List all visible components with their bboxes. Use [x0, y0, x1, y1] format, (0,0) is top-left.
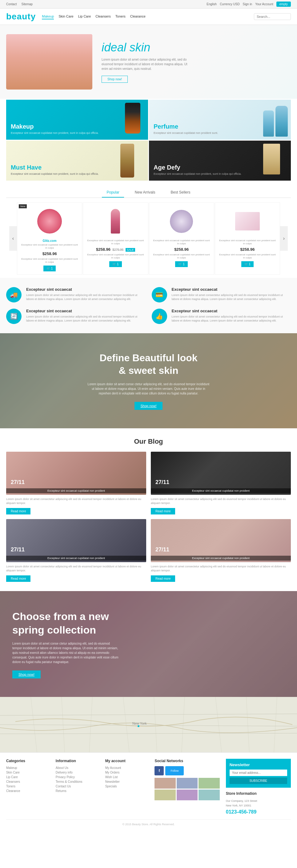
quality-icon: 👍 [152, 309, 167, 324]
feature-text: Lorem ipsum dolor sit amet consectetur a… [26, 293, 146, 302]
product-tabs: Popular New Arrivals Best Sellers [6, 188, 291, 198]
footer-link[interactable]: Terms & Conditions [56, 780, 99, 783]
cart-button[interactable]: empty [276, 2, 291, 7]
tab-best-sellers[interactable]: Best Sellers [166, 188, 195, 197]
product-ring-icon [170, 210, 193, 233]
read-more-button[interactable]: Read more [6, 508, 30, 515]
footer-link[interactable]: Contact Us [56, 785, 99, 788]
footer-link[interactable]: Specials [105, 785, 149, 788]
promo-agedefy[interactable]: Age Defy Excepteur sint occaecat cupidat… [149, 141, 291, 181]
carousel-prev-button[interactable]: ‹ [9, 226, 17, 251]
add-to-cart-button[interactable]: 🛒 1 [241, 261, 254, 267]
product-price-row: $258.96 $276.96 SALE [86, 247, 145, 252]
product-compact-icon [37, 209, 62, 234]
nav-clearance[interactable]: Clearance [130, 14, 146, 20]
top-bar: Contact Sitemap English Currency USD Sig… [0, 0, 297, 9]
read-more-button[interactable]: Read more [151, 508, 175, 515]
feature-title: Excepteur sint occaecat [26, 309, 146, 313]
spring-cta-button[interactable]: Shop now! [12, 671, 41, 678]
add-to-cart-button[interactable]: 🛒 1 [175, 261, 187, 267]
facebook-icon[interactable]: f [154, 766, 164, 775]
footer-copyright: © 2015 Beauty Store. All Rights Reserved… [6, 819, 291, 829]
feature-quality-content: Excepteur sint occaecat Lorem ipsum dolo… [172, 309, 291, 323]
blog-caption: Excepteur sint occaecat cupidatat non pr… [6, 556, 146, 561]
product-extra-desc: Excepteur sint occaecat cupidatat non pr… [86, 253, 145, 260]
product-badge: New [19, 204, 27, 208]
footer-newsletter-store: Newsletter SUBSCRIBE Store Information O… [226, 759, 291, 815]
newsletter-email-input[interactable] [230, 770, 287, 776]
footer-link[interactable]: My Account [105, 766, 149, 770]
add-to-cart-button[interactable]: 🛒 1 [109, 261, 122, 267]
read-more-button[interactable]: Read more [6, 576, 30, 582]
language-select[interactable]: English [207, 2, 217, 6]
read-more-button[interactable]: Read more [151, 576, 175, 582]
nav-toners[interactable]: Toners [115, 14, 125, 20]
promo-agedefy-img [263, 144, 288, 178]
footer-link[interactable]: My Orders [105, 771, 149, 774]
spring-text: Lorem ipsum dolor sit amet conse ctetur … [12, 641, 120, 664]
logo: beauty [6, 12, 36, 22]
hero-text: Lorem ipsum dolor sit amet conse ctetur … [101, 57, 194, 71]
footer-information: Information About Us Delivery info Priva… [56, 759, 99, 815]
footer-link[interactable]: Wish List [105, 775, 149, 779]
blog-text: Lorem ipsum dolor sit amet consectetur a… [151, 497, 291, 505]
tab-popular[interactable]: Popular [102, 188, 124, 197]
footer-link[interactable]: Returns [56, 789, 99, 793]
promo-makeup[interactable]: Makeup Excepteur sint occaecat cupidatat… [6, 100, 148, 140]
footer-link[interactable]: Cleansers [6, 780, 50, 783]
footer-link[interactable]: Skin Care [6, 771, 50, 774]
product-price: $258.96 [42, 251, 57, 256]
account-link[interactable]: Your Account [255, 2, 273, 6]
newsletter-subscribe-button[interactable]: SUBSCRIBE [230, 778, 287, 784]
signin-link[interactable]: Sign in [243, 2, 253, 6]
footer-my-account: My account My Account My Orders Wish Lis… [105, 759, 149, 815]
promo-perfume[interactable]: Perfume Excepteur sint occaecat cupidata… [149, 100, 291, 140]
promo-agedefy-label: Age Defy Excepteur sint occaecat cupidat… [149, 159, 246, 181]
banner-text: Lorem ipsum dolor sit amet conse ctetur … [87, 382, 210, 396]
carousel-next-button[interactable]: › [280, 226, 288, 251]
product-extra-desc: Excepteur sint occaecat cupidatat non pr… [218, 253, 277, 260]
newsletter-box: Newsletter SUBSCRIBE [226, 759, 291, 788]
promo-perfume-label: Perfume Excepteur sint occaecat cupidata… [149, 119, 222, 140]
sitemap-link[interactable]: Sitemap [21, 2, 33, 6]
nav-lipcare[interactable]: Lip Care [78, 14, 91, 20]
feature-shipping: 🚚 Excepteur sint occaecat Lorem ipsum do… [6, 287, 146, 303]
footer-link[interactable]: Privacy Policy [56, 775, 99, 779]
footer-link[interactable]: Toners [6, 785, 50, 788]
contact-link[interactable]: Contact [6, 2, 17, 6]
footer-link[interactable]: Lip Care [6, 775, 50, 779]
blog-image: 27/11 Excepteur sint occaecat cupidatat … [151, 452, 291, 495]
footer-link[interactable]: Newsletter [105, 780, 149, 783]
nav-makeup[interactable]: Makeup [42, 14, 54, 20]
tab-new-arrivals[interactable]: New Arrivals [130, 188, 160, 197]
search-input[interactable] [254, 13, 291, 20]
spring-title: Choose from a new spring collection [12, 610, 120, 637]
product-description: Excepteur sint occaecat cupidatat non pr… [20, 243, 79, 250]
nav-skincare[interactable]: Skin Care [58, 14, 73, 20]
twitter-icon[interactable]: Follow [165, 766, 184, 775]
promo-musthave-img [120, 144, 145, 178]
hero-cta-button[interactable]: Shop now! [101, 76, 128, 83]
promo-agedefy-title: Age Defy [154, 164, 242, 171]
svg-point-14 [138, 725, 140, 727]
footer-link[interactable]: Delivery info [56, 771, 99, 774]
footer-link[interactable]: Clearance [6, 789, 50, 793]
product-old-price: $276.96 [112, 248, 123, 251]
nav-cleansers[interactable]: Cleansers [95, 14, 111, 20]
svg-rect-0 [0, 697, 297, 752]
product-price: $258.96 [174, 247, 189, 252]
top-bar-left: Contact Sitemap [6, 2, 33, 6]
add-to-cart-button[interactable]: 🛒 1 [43, 266, 56, 271]
footer-link[interactable]: Makeup [6, 766, 50, 770]
blog-card: 27/11 Excepteur sint occaecat cupidatat … [151, 452, 291, 515]
hero-title: ideal skin [101, 41, 194, 54]
currency-select[interactable]: Currency USD [220, 2, 239, 6]
footer-link[interactable]: About Us [56, 766, 99, 770]
feature-text: Lorem ipsum dolor sit amet consectetur a… [172, 293, 291, 302]
product-price-row: $258.96 [152, 247, 211, 252]
features-section: 🚚 Excepteur sint occaecat Lorem ipsum do… [0, 278, 297, 333]
banner-cta-button[interactable]: Shop now! [135, 402, 163, 410]
main-nav: Makeup Skin Care Lip Care Cleansers Tone… [42, 14, 248, 20]
promo-musthave[interactable]: Must Have Excepteur sint occaecat cupida… [6, 141, 148, 181]
footer-information-title: Information [56, 759, 99, 763]
